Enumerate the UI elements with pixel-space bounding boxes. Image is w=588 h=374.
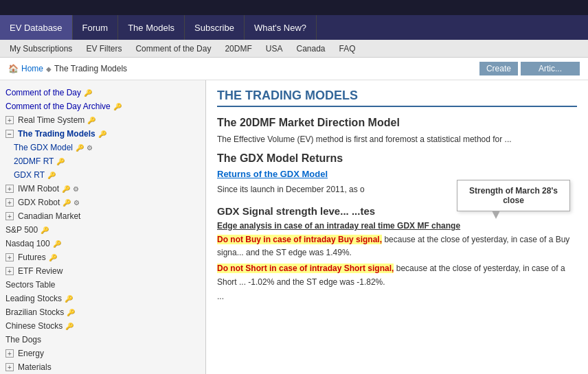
comment-archive-label: Comment of the Day Archive [5,102,111,111]
subnav-20dmf[interactable]: 20DMF [218,40,258,57]
article-button[interactable]: Artic... [521,62,580,75]
subnav-comment-of-day[interactable]: Comment of the Day [128,40,218,57]
sidebar-item-trading-models[interactable]: − The Trading Models 🔑 [0,127,205,141]
section1-title: The 20DMF Market Direction Model [217,117,577,129]
extra-icon-4: ⚙ [87,144,93,152]
sidebar: Comment of the Day 🔑 Comment of the Day … [0,80,206,374]
key-icon-7: 🔑 [62,185,70,193]
subnav-canada[interactable]: Canada [289,40,332,57]
the-dogs-label: The Dogs [5,335,41,344]
sidebar-item-brazilian-stocks[interactable]: Brazilian Stocks 🔑 [0,305,205,319]
expand-icon-futures: + [5,253,14,261]
sidebar-item-canadian-market[interactable]: + Canadian Market [0,209,205,223]
signal2-text: Do not Short in case of intraday Short s… [217,262,577,288]
create-button[interactable]: Create [479,62,518,75]
sidebar-item-materials[interactable]: + Materials [0,360,205,374]
nav-the-models[interactable]: The Models [118,15,185,40]
sidebar-item-iwm-robot[interactable]: + IWM Robot 🔑 ⚙ [0,182,205,196]
key-icon-3: 🔑 [98,130,106,138]
nasdaq100-label: Nasdaq 100 [5,239,50,248]
20dmf-rt-label: 20DMF RT [14,156,54,166]
real-time-system-label: Real Time System [18,115,84,125]
collapse-icon-tm: − [5,130,14,138]
trading-models-label: The Trading Models [18,129,95,139]
content-ellipsis: ... [217,292,577,301]
main-layout: Comment of the Day 🔑 Comment of the Day … [0,80,588,374]
expand-icon-materials: + [5,363,14,371]
key-icon-0: 🔑 [84,89,92,97]
futures-label: Futures [18,253,46,262]
iwm-robot-label: IWM Robot [18,184,59,194]
key-icon-12: 🔑 [49,254,57,261]
callout-text: Strength of March 28's close [469,186,558,205]
edge-analysis-label: Edge analysis in case of an intraday rea… [217,221,577,231]
nav-whats-new[interactable]: What's New? [245,15,317,40]
breadcrumb-home-link[interactable]: Home [21,64,43,73]
gdx-rt-label: GDX RT [14,170,45,180]
subnav-usa[interactable]: USA [259,40,290,57]
sidebar-item-sectors-table[interactable]: Sectors Table [0,278,205,292]
sidebar-item-energy[interactable]: + Energy [0,347,205,360]
sidebar-item-20dmf-rt[interactable]: 20DMF RT 🔑 [0,154,205,168]
key-icon-6: 🔑 [47,172,56,179]
key-icon-1: 🔑 [113,103,122,110]
breadcrumb-separator: ◆ [46,65,52,73]
nav-subscribe[interactable]: Subscribe [185,15,245,40]
sp500-label: S&P 500 [5,225,38,235]
gdx-model-label: The GDX Model [14,143,73,152]
breadcrumb-current: The Trading Models [54,64,127,73]
key-icon-10: 🔑 [41,226,49,234]
sidebar-item-comment-archive[interactable]: Comment of the Day Archive 🔑 [0,100,205,113]
callout-tail [492,211,500,219]
key-icon-4: 🔑 [76,144,84,152]
nav-bar: EV Database Forum The Models Subscribe W… [0,15,588,40]
home-icon: 🏠 [8,64,19,73]
section1-body: The Effective Volume (EV) method is firs… [217,133,577,145]
brazilian-stocks-label: Brazilian Stocks [5,307,64,317]
sidebar-item-nasdaq100[interactable]: Nasdaq 100 🔑 [0,237,205,250]
sidebar-item-leading-stocks[interactable]: Leading Stocks 🔑 [0,292,205,305]
key-icon-15: 🔑 [65,295,73,303]
sub-nav: My Subscriptions EV Filters Comment of t… [0,40,588,58]
expand-icon-rts: + [5,116,14,124]
extra-icon-8: ⚙ [74,199,80,207]
chinese-stocks-label: Chinese Stocks [5,321,63,331]
sidebar-item-etf-review[interactable]: + ETF Review [0,264,205,278]
sidebar-item-sp500[interactable]: S&P 500 🔑 [0,223,205,237]
section2-body-text: Since its launch in December 2011, as o [217,185,365,194]
sidebar-item-futures[interactable]: + Futures 🔑 [0,250,205,264]
section2-subtitle[interactable]: Returns of the GDX Model [217,169,577,179]
subnav-my-subscriptions[interactable]: My Subscriptions [3,40,79,57]
sidebar-item-gdx-robot[interactable]: + GDX Robot 🔑 ⚙ [0,196,205,209]
sidebar-item-gdx-rt[interactable]: GDX RT 🔑 [0,168,205,182]
key-icon-2: 🔑 [87,117,95,124]
energy-label: Energy [18,349,44,358]
gdx-robot-label: GDX Robot [18,198,60,207]
canadian-market-label: Canadian Market [18,211,80,221]
signal1-highlight: Do not Buy in case of intraday Buy signa… [217,235,382,244]
sidebar-item-comment-of-day[interactable]: Comment of the Day 🔑 [0,86,205,100]
content-area: THE TRADING MODELS The 20DMF Market Dire… [206,80,588,374]
sidebar-item-the-dogs[interactable]: The Dogs [0,333,205,347]
key-icon-17: 🔑 [65,323,74,330]
key-icon-8: 🔑 [63,199,71,207]
page-title: THE TRADING MODELS [217,89,577,107]
expand-icon-gdxr: + [5,198,14,207]
breadcrumb: 🏠 Home ◆ The Trading Models [8,64,127,73]
subnav-ev-filters[interactable]: EV Filters [79,40,128,57]
top-banner [0,0,588,15]
sidebar-item-gdx-model[interactable]: The GDX Model 🔑 ⚙ [0,141,205,154]
leading-stocks-label: Leading Stocks [5,294,62,303]
key-icon-11: 🔑 [53,240,61,248]
nav-ev-database[interactable]: EV Database [0,15,73,40]
callout-box: Strength of March 28's close [457,180,570,211]
nav-forum[interactable]: Forum [73,15,119,40]
signal2-highlight: Do not Short in case of intraday Short s… [217,264,394,273]
sidebar-item-real-time-system[interactable]: + Real Time System 🔑 [0,113,205,127]
subnav-faq[interactable]: FAQ [332,40,363,57]
key-icon-16: 🔑 [67,309,75,316]
comment-of-day-label: Comment of the Day [5,88,81,97]
sidebar-item-chinese-stocks[interactable]: Chinese Stocks 🔑 [0,319,205,333]
expand-icon-etf: + [5,267,14,275]
etf-review-label: ETF Review [18,266,63,276]
